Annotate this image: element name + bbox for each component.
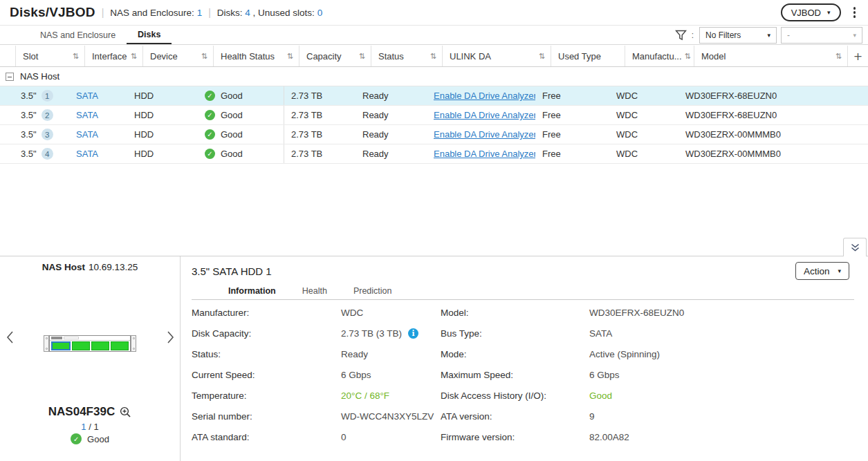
sort-icon[interactable]: ⇅: [835, 52, 842, 61]
tab-prediction[interactable]: Prediction: [340, 283, 405, 299]
column-header-health-status[interactable]: Health Status ⇅: [213, 46, 299, 66]
filter-secondary-select[interactable]: - ▾: [781, 27, 862, 44]
manufacturer-cell: WDC: [609, 144, 678, 163]
carousel-prev-button[interactable]: [2, 330, 17, 345]
filter-select[interactable]: No Filters ▾: [699, 27, 777, 44]
disks-vjbod-window: Disks/VJBOD | NAS and Enclosure: 1 | Dis…: [0, 0, 868, 461]
tab-disks[interactable]: Disks: [127, 26, 172, 44]
tab-health[interactable]: Health: [289, 283, 340, 299]
status-cell: Ready: [355, 144, 427, 163]
tab-nas-and-enclosure[interactable]: NAS and Enclosure: [29, 26, 127, 44]
sort-icon[interactable]: ⇅: [539, 52, 545, 61]
column-header-capacity[interactable]: Capacity ⇅: [299, 46, 371, 66]
table-row[interactable]: 3.5" 1 SATA HDD ✓ Good 2.73 TB Ready Ena…: [0, 86, 868, 106]
enclosure-name: NAS04F39C: [0, 405, 180, 419]
enclosure-panel: NAS Host10.69.13.25: [0, 256, 181, 461]
disk-details-panel: 3.5" SATA HDD 1 Action ▾ Information Hea…: [181, 256, 868, 461]
collapse-group-icon[interactable]: [6, 73, 14, 81]
status-cell: Ready: [355, 86, 427, 105]
model-cell: WD30EFRX-68EUZN0: [678, 86, 868, 105]
field-label: Model:: [441, 308, 589, 318]
field-label: Bus Type:: [441, 328, 589, 339]
sort-icon[interactable]: ⇅: [131, 52, 137, 61]
interface-link[interactable]: SATA: [76, 129, 98, 140]
column-header-ulink-da[interactable]: ULINK DA ⇅: [442, 46, 551, 66]
column-header-used-type[interactable]: Used Type: [551, 46, 625, 66]
table-row[interactable]: 3.5" 2 SATA HDD ✓ Good 2.73 TB Ready Ena…: [0, 106, 868, 125]
device-cell: HDD: [127, 106, 198, 124]
field-label: Mode:: [441, 349, 589, 359]
model-cell: WD30EFRX-68EUZN0: [678, 106, 868, 124]
column-header-model[interactable]: Model ⇅: [694, 46, 847, 66]
field-value: Active (Spinning): [589, 349, 861, 359]
field-value: 2.73 TB (3 TB) i: [341, 328, 441, 339]
column-header-interface[interactable]: Interface ⇅: [84, 46, 142, 66]
field-value: WDC: [341, 308, 441, 318]
column-header-slot[interactable]: Slot ⇅: [15, 46, 84, 66]
interface-link[interactable]: SATA: [76, 91, 98, 101]
sort-icon[interactable]: ⇅: [359, 52, 365, 61]
field-value: 9: [589, 411, 861, 422]
table-row[interactable]: 3.5" 3 SATA HDD ✓ Good 2.73 TB Ready Ena…: [0, 125, 868, 144]
carousel-next-button[interactable]: [163, 330, 178, 345]
health-good-icon: ✓: [205, 110, 215, 120]
chevron-right-icon: [167, 330, 174, 344]
filter-icon[interactable]: [675, 30, 687, 41]
info-icon[interactable]: i: [408, 328, 418, 339]
sort-icon[interactable]: ⇅: [287, 52, 293, 61]
enable-da-link[interactable]: Enable DA Drive Analyzer: [434, 110, 535, 120]
vjbod-button[interactable]: VJBOD ▾: [781, 3, 841, 21]
enable-da-link[interactable]: Enable DA Drive Analyzer: [434, 91, 535, 101]
zoom-in-icon[interactable]: [120, 406, 131, 418]
add-column-icon[interactable]: +: [847, 46, 868, 66]
slot-number-badge: 1: [41, 90, 53, 102]
interface-link[interactable]: SATA: [76, 149, 98, 159]
field-label: Current Speed:: [192, 370, 341, 380]
model-cell: WD30EZRX-00MMMB0: [678, 144, 868, 163]
title-bar: Disks/VJBOD | NAS and Enclosure: 1 | Dis…: [0, 0, 868, 26]
more-options-icon[interactable]: [851, 6, 859, 19]
table-row[interactable]: 3.5" 4 SATA HDD ✓ Good 2.73 TB Ready Ena…: [0, 144, 868, 164]
health-cell: ✓ Good: [198, 125, 284, 144]
sort-icon[interactable]: ⇅: [430, 52, 436, 61]
field-label: Status:: [192, 349, 341, 359]
column-header-device[interactable]: Device ⇅: [142, 46, 213, 66]
slot-cell: 3.5" 1: [0, 86, 69, 105]
chevron-down-icon: ▾: [827, 9, 831, 16]
column-header-manufacturer[interactable]: Manufactu... ⇅: [625, 46, 694, 66]
field-value-io-history: Good: [589, 391, 861, 401]
sort-icon[interactable]: ⇅: [201, 52, 207, 61]
enable-da-link[interactable]: Enable DA Drive Analyzer: [434, 149, 535, 159]
sort-icon[interactable]: ⇅: [685, 52, 691, 61]
table-header: Slot ⇅ Interface ⇅ Device ⇅ Health Statu…: [0, 46, 868, 67]
chevron-down-icon: ▾: [838, 267, 841, 274]
interface-link[interactable]: SATA: [76, 110, 98, 120]
enable-da-link[interactable]: Enable DA Drive Analyzer: [434, 129, 535, 140]
group-row-nas-host[interactable]: NAS Host: [0, 67, 868, 86]
collapse-panel-button[interactable]: [843, 238, 867, 256]
action-button[interactable]: Action ▾: [795, 262, 849, 280]
page-title: Disks/VJBOD: [10, 5, 95, 20]
rack-ear: [131, 335, 136, 352]
capacity-cell: 2.73 TB: [284, 86, 355, 105]
nas-chassis: [49, 335, 131, 352]
sort-icon[interactable]: ⇅: [73, 52, 79, 61]
stat-disks: Disks: 4 , Unused slots: 0: [217, 8, 322, 18]
column-header-status[interactable]: Status ⇅: [371, 46, 442, 66]
field-label: Disk Capacity:: [192, 328, 341, 339]
slot-cell: 3.5" 3: [0, 125, 69, 144]
chevron-down-icon: ▾: [853, 32, 856, 39]
field-value-temperature: 20°C / 68°F: [341, 391, 441, 401]
nas-enclosure-image[interactable]: [44, 335, 136, 352]
detail-panel: NAS Host10.69.13.25: [0, 256, 868, 461]
enclosure-pager: 1 / 1: [0, 422, 180, 432]
field-value: WD30EFRX-68EUZN0: [589, 308, 861, 318]
field-value: WD-WCC4N3XY5LZV: [341, 411, 441, 422]
device-cell: HDD: [127, 86, 198, 105]
tab-information[interactable]: Information: [215, 283, 289, 299]
field-label: Disk Access History (I/O):: [441, 391, 589, 401]
field-label: ATA standard:: [192, 432, 341, 442]
manufacturer-cell: WDC: [609, 125, 678, 144]
drive-bay-4: [111, 341, 129, 350]
device-cell: HDD: [127, 144, 198, 163]
